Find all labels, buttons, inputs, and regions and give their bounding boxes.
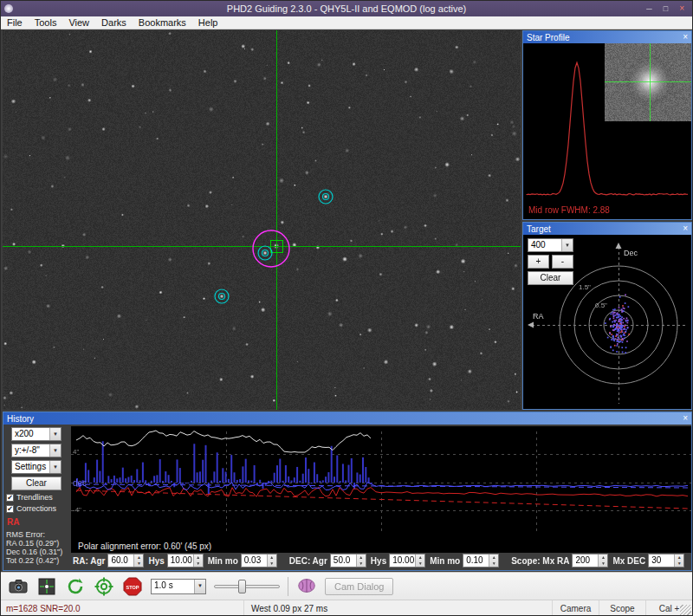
menu-file[interactable]: File [1, 16, 29, 29]
rms-header: RMS Error: [6, 530, 71, 539]
max-dec-spinner[interactable]: 30 ▲▼ [648, 554, 684, 567]
ra-agr-label: RA: Agr [73, 556, 105, 566]
trendlines-checkbox[interactable]: ✔ Trendlines [6, 493, 71, 502]
scope-mxdec-label: Mx DEC [612, 556, 645, 566]
corrections-checkbox[interactable]: ✔ Corrections [6, 504, 71, 513]
loop-exposures-icon[interactable] [65, 576, 86, 597]
spinner-arrows[interactable]: ▲▼ [598, 554, 607, 567]
star-profile-title: Star Profile [527, 32, 569, 43]
titlebar: PHD2 Guiding 2.3.0 - QHY5L-II and EQMOD … [1, 1, 692, 16]
target-panel: Target × 400 ▼ + - Clear [522, 222, 692, 410]
toolbar-separator [288, 577, 288, 596]
statusbar: m=1628 SNR=20.0 West 0.09 px 27 ms Camer… [1, 600, 692, 616]
menu-bookmarks[interactable]: Bookmarks [133, 16, 192, 29]
menu-darks[interactable]: Darks [95, 16, 133, 29]
spinner-arrows[interactable]: ▲▼ [193, 554, 203, 567]
phd2-window: PHD2 Guiding 2.3.0 - QHY5L-II and EQMOD … [0, 0, 693, 616]
spinner-arrows[interactable]: ▲▼ [356, 554, 366, 567]
exposure-select[interactable]: 1.0 s ▼ [151, 579, 206, 594]
rms-ra: RA 0.15 (0.29") [6, 539, 71, 548]
start-guiding-icon[interactable] [94, 576, 114, 597]
history-graph: 4" -4" dec Polar alignment error: 0.60' … [71, 426, 691, 553]
star-field-canvas[interactable] [3, 30, 521, 410]
target-zoom-select[interactable]: 400 ▼ [528, 238, 573, 252]
scope-status: Scope [599, 600, 645, 616]
window-title: PHD2 Guiding 2.3.0 - QHY5L-II and EQMOD … [1, 1, 692, 16]
star-profile-body: Mid row FWHM: 2.88 [523, 43, 691, 219]
auto-select-star-icon[interactable] [36, 576, 57, 597]
y-tick-bottom: -4" [73, 506, 81, 514]
menu-help[interactable]: Help [192, 16, 224, 29]
rms-dec: Dec 0.16 (0.31") [6, 548, 71, 556]
dec-aggression-spinner[interactable]: 50.0 ▲▼ [330, 554, 366, 567]
chevron-down-icon[interactable]: ▼ [561, 239, 573, 251]
ra-legend: RA [7, 517, 71, 527]
history-sidebar: x200 ▼ y:+/-8" ▼ Settings ▼ Clear ✔ Tren… [3, 425, 71, 570]
history-graph-canvas [71, 426, 691, 539]
spinner-arrows[interactable]: ▲▼ [267, 554, 276, 567]
stop-icon[interactable]: STOP [122, 576, 143, 597]
star-profile-header: Star Profile × [523, 31, 691, 43]
dec-agr-value: 50.0 [331, 554, 356, 567]
spinner-arrows[interactable]: ▲▼ [133, 554, 143, 567]
target-header: Target × [523, 223, 691, 235]
window-controls: ─ □ × [641, 3, 690, 16]
max-ra-spinner[interactable]: 200 ▲▼ [572, 554, 608, 567]
resize-grip[interactable] [680, 605, 691, 616]
menubar: File Tools View Darks Bookmarks Help [1, 16, 692, 29]
dec-hysteresis-spinner[interactable]: 10.00 ▲▼ [389, 554, 425, 567]
history-body: x200 ▼ y:+/-8" ▼ Settings ▼ Clear ✔ Tren… [3, 425, 691, 570]
spinner-arrows[interactable]: ▲▼ [489, 554, 498, 567]
chevron-down-icon[interactable]: ▼ [49, 444, 61, 457]
star-profile-panel: Star Profile × Mid row FWHM: 2.88 [522, 30, 692, 220]
dec-hys-value: 10.00 [390, 554, 415, 567]
close-button[interactable]: × [674, 3, 690, 16]
ra-agr-value: 60.0 [108, 554, 133, 567]
target-zoom-out-button[interactable]: - [552, 255, 573, 269]
ra-hysteresis-spinner[interactable]: 10.00 ▲▼ [167, 554, 204, 567]
brain-advanced-settings-icon[interactable] [296, 576, 317, 597]
fwhm-readout: Mid row FWHM: 2.88 [528, 205, 610, 215]
ra-hys-value: 10.00 [168, 554, 193, 567]
graph-length-select[interactable]: x200 ▼ [11, 427, 62, 441]
slider-thumb[interactable] [238, 580, 246, 593]
main-toolbar: STOP 1.0 s ▼ Cam Dialog [1, 572, 692, 600]
corrections-label: Corrections [16, 504, 56, 513]
history-title: History [7, 413, 34, 425]
chevron-down-icon[interactable]: ▼ [49, 428, 61, 440]
chevron-down-icon[interactable]: ▼ [49, 461, 61, 473]
menu-tools[interactable]: Tools [29, 16, 63, 29]
ra-minmo-value: 0.03 [242, 554, 267, 567]
gamma-slider[interactable] [214, 578, 280, 595]
spinner-arrows[interactable]: ▲▼ [674, 554, 683, 567]
star-profile-close-icon[interactable]: × [683, 32, 688, 42]
graph-clear-button[interactable]: Clear [11, 477, 62, 490]
graph-settings-select[interactable]: Settings ▼ [11, 460, 62, 474]
cam-dialog-button[interactable]: Cam Dialog [325, 578, 393, 595]
max-dec-value: 30 [649, 554, 674, 567]
target-close-icon[interactable]: × [683, 224, 688, 234]
history-close-icon[interactable]: × [683, 413, 688, 424]
graph-yscale-value: y:+/-8" [12, 444, 49, 457]
ra-minmove-spinner[interactable]: 0.03 ▲▼ [241, 554, 277, 567]
guide-step-readout: West 0.09 px 27 ms [243, 600, 552, 616]
rms-error-block: RMS Error: RA 0.15 (0.29") Dec 0.16 (0.3… [6, 530, 71, 570]
graph-length-value: x200 [12, 428, 49, 440]
dec-minmove-spinner[interactable]: 0.10 ▲▼ [463, 554, 499, 567]
camera-connect-icon[interactable] [8, 576, 29, 597]
exposure-value: 1.0 s [152, 580, 194, 593]
graph-yscale-select[interactable]: y:+/-8" ▼ [11, 444, 62, 457]
minimize-button[interactable]: ─ [641, 3, 657, 16]
target-zoom-in-button[interactable]: + [528, 255, 549, 269]
menu-view[interactable]: View [62, 16, 95, 29]
spinner-arrows[interactable]: ▲▼ [415, 554, 424, 567]
guide-camera-view [3, 30, 521, 410]
chevron-down-icon[interactable]: ▼ [194, 580, 205, 593]
target-clear-button[interactable]: Clear [528, 271, 573, 285]
ra-aggression-spinner[interactable]: 60.0 ▲▼ [107, 554, 144, 567]
target-body: 400 ▼ + - Clear [523, 235, 691, 409]
graph-settings-label: Settings [12, 461, 49, 473]
checkmark-icon: ✔ [6, 494, 14, 502]
maximize-button[interactable]: □ [657, 3, 674, 16]
polar-alignment-readout: Polar alignment error: 0.60' (45 px) [78, 541, 211, 551]
